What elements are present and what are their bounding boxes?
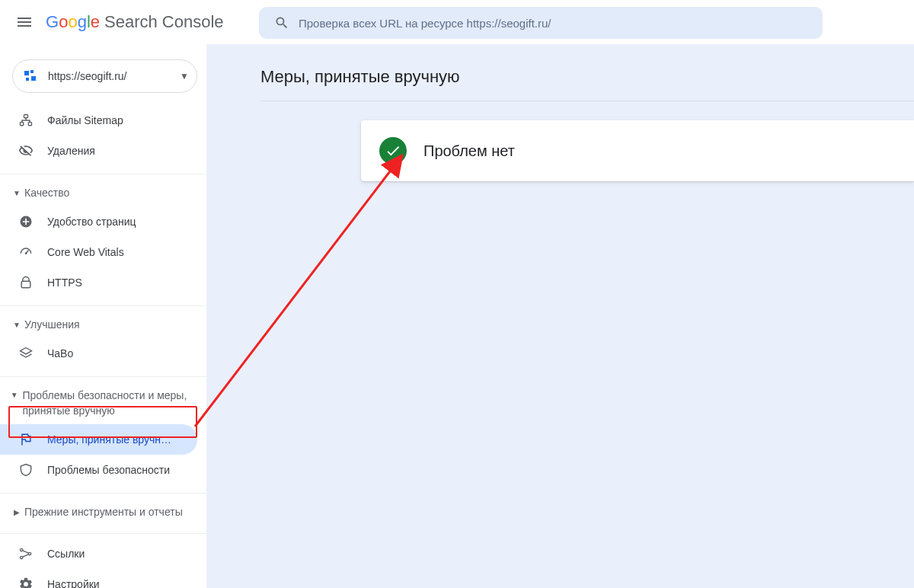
section-title-label: Прежние инструменты и отчеты	[24, 506, 183, 518]
collapse-icon: ▼	[9, 391, 19, 399]
sidebar-item-removals[interactable]: Удаления	[0, 136, 197, 166]
svg-rect-3	[31, 76, 36, 81]
chevron-down-icon: ▼	[180, 71, 189, 81]
property-icon	[24, 69, 37, 83]
sidebar-item-label: Удаления	[47, 145, 197, 157]
plus-circle-icon	[17, 213, 35, 231]
search-placeholder-text: Проверка всех URL на ресурсе https://seo…	[299, 17, 551, 30]
svg-rect-2	[26, 78, 29, 81]
url-inspect-search[interactable]: Проверка всех URL на ресурсе https://seo…	[259, 7, 823, 39]
nav-sidebar: https://seogift.ru/ ▼ Файлы Sitemap Удал…	[0, 44, 207, 588]
divider	[0, 174, 206, 174]
hamburger-menu-button[interactable]	[6, 4, 43, 40]
property-selector[interactable]: https://seogift.ru/ ▼	[12, 59, 197, 93]
logo-letter-e: e	[91, 12, 100, 32]
gear-icon	[17, 575, 35, 588]
sidebar-item-manual-actions[interactable]: Меры, принятые вручн…	[0, 424, 197, 455]
svg-rect-1	[30, 70, 34, 73]
links-icon	[17, 545, 35, 563]
layers-icon	[17, 344, 35, 363]
section-legacy-tools[interactable]: ▶ Прежние инструменты и отчеты	[0, 498, 206, 526]
expand-icon: ▶	[9, 508, 24, 516]
section-quality[interactable]: ▼ Качество	[0, 179, 206, 206]
sidebar-item-label: Удобство страниц	[47, 216, 197, 228]
divider	[0, 305, 206, 306]
svg-point-12	[28, 552, 30, 554]
divider	[0, 533, 206, 534]
sidebar-item-label: Ссылки	[47, 548, 197, 560]
logo-letter-g2: g	[78, 12, 87, 32]
sidebar-item-sitemaps[interactable]: Файлы Sitemap	[0, 105, 197, 136]
sidebar-item-label: ЧаВо	[47, 347, 197, 360]
sidebar-item-core-web-vitals[interactable]: Core Web Vitals	[0, 237, 197, 267]
sidebar-item-label: Настройки	[47, 578, 197, 588]
section-title-label: Проблемы безопасности и меры, принятые в…	[19, 388, 197, 418]
sidebar-item-settings[interactable]: Настройки	[0, 569, 197, 588]
section-title-label: Качество	[24, 187, 69, 199]
section-title-label: Улучшения	[24, 318, 80, 331]
status-message: Проблем нет	[423, 142, 515, 160]
section-enhancements[interactable]: ▼ Улучшения	[0, 311, 206, 338]
search-icon	[268, 9, 296, 37]
speed-icon	[17, 243, 35, 261]
property-label: https://seogift.ru/	[48, 70, 180, 82]
sidebar-item-label: Проблемы безопасности	[47, 464, 197, 476]
sidebar-item-label: Меры, принятые вручн…	[47, 433, 197, 446]
status-card: Проблем нет	[361, 120, 914, 181]
shield-icon	[17, 461, 35, 479]
status-ok-icon	[379, 137, 407, 165]
sitemap-icon	[17, 111, 35, 129]
logo-product-name: Search Console	[104, 12, 224, 32]
visibility-off-icon	[17, 142, 35, 160]
divider	[0, 376, 206, 377]
check-icon	[385, 142, 401, 159]
lock-icon	[17, 273, 35, 292]
menu-icon	[15, 13, 34, 31]
product-logo[interactable]: G o o g l e Search Console	[46, 12, 224, 32]
logo-letter-o2: o	[68, 12, 77, 32]
logo-letter-g1: G	[46, 12, 59, 32]
svg-rect-9	[21, 281, 30, 287]
svg-rect-0	[24, 71, 29, 75]
flag-icon	[17, 430, 35, 449]
svg-point-8	[25, 252, 27, 254]
sidebar-item-label: HTTPS	[47, 276, 197, 289]
section-security-and-manual[interactable]: ▼ Проблемы безопасности и меры, принятые…	[0, 382, 206, 424]
sidebar-item-faq[interactable]: ЧаВо	[0, 338, 197, 369]
sidebar-item-label: Core Web Vitals	[47, 246, 197, 258]
app-header: G o o g l e Search Console Проверка всех…	[0, 0, 914, 44]
sidebar-item-security-issues[interactable]: Проблемы безопасности	[0, 455, 197, 485]
collapse-icon: ▼	[9, 189, 24, 197]
sidebar-item-links[interactable]: Ссылки	[0, 538, 197, 569]
svg-point-11	[21, 556, 23, 558]
page-title: Меры, принятые вручную	[207, 44, 914, 101]
sidebar-item-https[interactable]: HTTPS	[0, 267, 197, 298]
sidebar-item-label: Файлы Sitemap	[47, 114, 197, 126]
sidebar-item-page-experience[interactable]: Удобство страниц	[0, 206, 197, 237]
logo-letter-o1: o	[59, 12, 68, 32]
divider	[260, 101, 914, 101]
divider	[0, 493, 206, 494]
main-content: Меры, принятые вручную Проблем нет	[207, 44, 914, 588]
svg-point-10	[21, 548, 23, 551]
collapse-icon: ▼	[9, 321, 24, 329]
